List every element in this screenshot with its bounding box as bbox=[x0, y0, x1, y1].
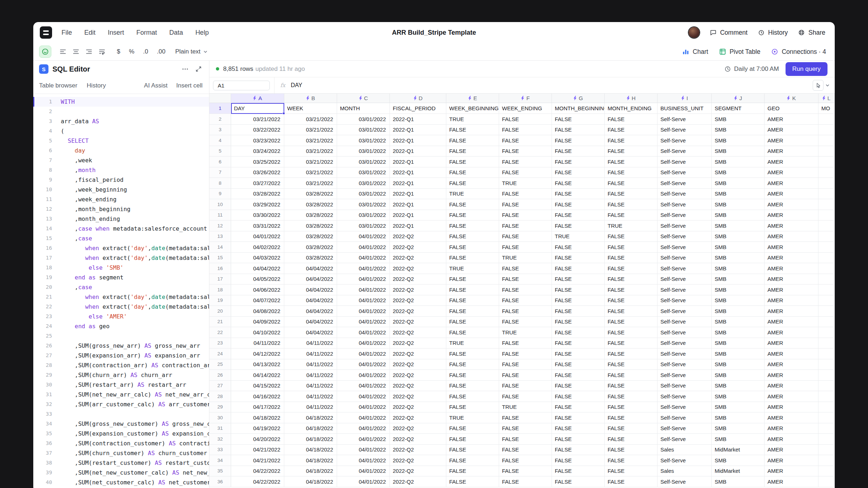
cell-J19[interactable]: SMB bbox=[712, 295, 765, 306]
emoji-format-button[interactable] bbox=[39, 46, 51, 58]
cell-F27[interactable]: FALSE bbox=[499, 381, 552, 391]
code-line-6[interactable]: 6 day bbox=[33, 146, 209, 155]
cell-C32[interactable]: 04/01/2022 bbox=[337, 434, 390, 445]
cell-I31[interactable]: Self-Serve bbox=[658, 423, 712, 434]
menu-help[interactable]: Help bbox=[195, 29, 209, 37]
cell-H13[interactable]: FALSE bbox=[605, 231, 658, 242]
row-header-5[interactable]: 5 bbox=[209, 146, 231, 157]
cell-K12[interactable]: AMER bbox=[765, 221, 818, 231]
cell-H27[interactable]: FALSE bbox=[605, 381, 658, 391]
cell-C33[interactable]: 04/01/2022 bbox=[337, 445, 390, 455]
cell-J21[interactable]: SMB bbox=[712, 317, 765, 328]
cell-E32[interactable]: FALSE bbox=[446, 434, 499, 445]
cell-L5[interactable] bbox=[818, 146, 834, 157]
cell-G34[interactable]: FALSE bbox=[552, 455, 605, 466]
cell-D3[interactable]: 2022-Q1 bbox=[390, 125, 446, 136]
cell-L15[interactable] bbox=[818, 253, 834, 264]
row-header-23[interactable]: 23 bbox=[209, 338, 231, 349]
cell-H25[interactable]: FALSE bbox=[605, 359, 658, 370]
cell-H29[interactable]: FALSE bbox=[605, 402, 658, 413]
cell-B36[interactable]: 04/18/2022 bbox=[284, 476, 337, 487]
row-header-19[interactable]: 19 bbox=[209, 295, 231, 306]
cell-K7[interactable]: AMER bbox=[765, 167, 818, 178]
align-center-button[interactable] bbox=[70, 46, 82, 57]
cell-I35[interactable]: Sales bbox=[658, 466, 712, 477]
formula-input[interactable]: DAY bbox=[291, 82, 302, 89]
cell-C3[interactable]: 03/01/2022 bbox=[337, 125, 390, 136]
cell-F36[interactable]: FALSE bbox=[499, 476, 552, 487]
row-header-25[interactable]: 25 bbox=[209, 359, 231, 370]
cell-F25[interactable]: FALSE bbox=[499, 359, 552, 370]
cell-A9[interactable]: 03/28/2022 bbox=[231, 189, 284, 200]
row-header-29[interactable]: 29 bbox=[209, 402, 231, 413]
cell-A6[interactable]: 03/25/2022 bbox=[231, 157, 284, 167]
cell-C24[interactable]: 04/01/2022 bbox=[337, 348, 390, 359]
cell-L36[interactable] bbox=[818, 476, 834, 487]
cell-A33[interactable]: 04/21/2022 bbox=[231, 445, 284, 455]
connections-button[interactable]: Connections · 4 bbox=[771, 48, 826, 56]
cell-A17[interactable]: 04/05/2022 bbox=[231, 274, 284, 285]
row-header-27[interactable]: 27 bbox=[209, 381, 231, 391]
column-header-B[interactable]: B bbox=[284, 94, 337, 103]
cell-C12[interactable]: 03/01/2022 bbox=[337, 221, 390, 231]
code-line-4[interactable]: 4( bbox=[33, 126, 209, 136]
code-line-27[interactable]: 27 ,SUM(expansion_arr) AS expansion_arr bbox=[33, 351, 209, 360]
cell-F26[interactable]: FALSE bbox=[499, 370, 552, 381]
cell-D12[interactable]: 2022-Q1 bbox=[390, 221, 446, 231]
cell-D33[interactable]: 2022-Q2 bbox=[390, 445, 446, 455]
cell-H18[interactable]: FALSE bbox=[605, 284, 658, 295]
cell-C8[interactable]: 03/01/2022 bbox=[337, 178, 390, 189]
row-header-30[interactable]: 30 bbox=[209, 412, 231, 423]
cell-J6[interactable]: SMB bbox=[712, 157, 765, 167]
cell-B17[interactable]: 04/04/2022 bbox=[284, 274, 337, 285]
cell-L33[interactable] bbox=[818, 445, 834, 455]
cell-K2[interactable]: AMER bbox=[765, 114, 818, 125]
menu-insert[interactable]: Insert bbox=[108, 29, 124, 37]
cell-G1[interactable]: MONTH_BEGINNING bbox=[552, 103, 605, 114]
cell-D4[interactable]: 2022-Q1 bbox=[390, 135, 446, 146]
row-header-31[interactable]: 31 bbox=[209, 423, 231, 434]
cell-K19[interactable]: AMER bbox=[765, 295, 818, 306]
cell-J5[interactable]: SMB bbox=[712, 146, 765, 157]
row-header-15[interactable]: 15 bbox=[209, 253, 231, 264]
cell-K1[interactable]: GEO bbox=[765, 103, 818, 114]
cell-C14[interactable]: 04/01/2022 bbox=[337, 242, 390, 253]
cell-H6[interactable]: FALSE bbox=[605, 157, 658, 167]
cell-K31[interactable]: AMER bbox=[765, 423, 818, 434]
cell-E13[interactable]: FALSE bbox=[446, 231, 499, 242]
code-line-29[interactable]: 29 ,SUM(churn_arr) AS churn_arr bbox=[33, 370, 209, 380]
cell-D34[interactable]: 2022-Q2 bbox=[390, 455, 446, 466]
cell-J17[interactable]: SMB bbox=[712, 274, 765, 285]
cell-J8[interactable]: SMB bbox=[712, 178, 765, 189]
cell-G24[interactable]: FALSE bbox=[552, 348, 605, 359]
currency-format-button[interactable]: $ bbox=[113, 46, 124, 57]
cell-G2[interactable]: FALSE bbox=[552, 114, 605, 125]
cell-B15[interactable]: 03/28/2022 bbox=[284, 253, 337, 264]
align-left-button[interactable] bbox=[57, 46, 69, 57]
cell-G33[interactable]: FALSE bbox=[552, 445, 605, 455]
cell-L30[interactable] bbox=[818, 412, 834, 423]
cell-H19[interactable]: FALSE bbox=[605, 295, 658, 306]
cell-L8[interactable] bbox=[818, 178, 834, 189]
cell-D13[interactable]: 2022-Q2 bbox=[390, 231, 446, 242]
cell-H34[interactable]: FALSE bbox=[605, 455, 658, 466]
cell-B22[interactable]: 04/04/2022 bbox=[284, 327, 337, 338]
cell-A22[interactable]: 04/10/2022 bbox=[231, 327, 284, 338]
row-header-20[interactable]: 20 bbox=[209, 306, 231, 317]
cell-I20[interactable]: Self-Serve bbox=[658, 306, 712, 317]
cell-B11[interactable]: 03/28/2022 bbox=[284, 210, 337, 221]
cell-E29[interactable]: FALSE bbox=[446, 402, 499, 413]
cell-K8[interactable]: AMER bbox=[765, 178, 818, 189]
cell-J29[interactable]: SMB bbox=[712, 402, 765, 413]
code-line-15[interactable]: 15 ,case bbox=[33, 234, 209, 243]
chart-button[interactable]: Chart bbox=[682, 48, 708, 56]
cell-H16[interactable]: FALSE bbox=[605, 263, 658, 274]
cell-B16[interactable]: 04/04/2022 bbox=[284, 263, 337, 274]
code-area[interactable]: 1WITH23arr_data AS4(5 SELECT6 day7 ,week… bbox=[33, 94, 209, 488]
cell-I11[interactable]: Self-Serve bbox=[658, 210, 712, 221]
cell-K10[interactable]: AMER bbox=[765, 199, 818, 210]
code-line-26[interactable]: 26 ,SUM(gross_new_arr) AS gross_new_arr bbox=[33, 341, 209, 351]
cell-A32[interactable]: 04/20/2022 bbox=[231, 434, 284, 445]
cell-D15[interactable]: 2022-Q2 bbox=[390, 253, 446, 264]
cell-H35[interactable]: FALSE bbox=[605, 466, 658, 477]
